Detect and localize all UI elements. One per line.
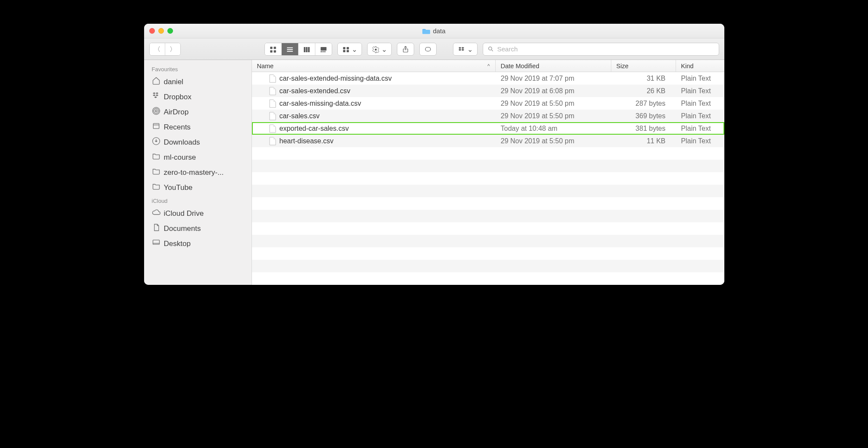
document-icon [269,74,276,83]
search-input[interactable] [497,45,714,53]
file-name: car-sales-missing-data.csv [280,100,361,107]
sidebar-section-header: iCloud [144,195,252,206]
svg-rect-15 [346,47,349,49]
file-size-cell: 31 KB [611,75,676,82]
svg-rect-8 [306,47,308,52]
search-field[interactable] [483,43,719,56]
forward-button[interactable]: 〉 [165,43,180,56]
svg-rect-2 [270,50,272,52]
file-row[interactable]: car-sales-missing-data.csv29 Nov 2019 at… [252,97,724,110]
svg-rect-1 [274,47,276,49]
column-header-size[interactable]: Size [611,60,676,72]
empty-row [252,247,724,260]
empty-row [252,210,724,222]
folder-icon [152,152,160,163]
svg-rect-10 [321,47,327,50]
folder-icon [152,182,160,193]
svg-rect-9 [308,47,310,52]
file-name-cell: car-sales-extended-missing-data.csv [252,74,496,83]
empty-row [252,160,724,172]
svg-point-21 [488,47,492,50]
svg-rect-20 [425,47,431,51]
document-icon [269,87,276,95]
sidebar-item[interactable]: Documents [144,221,252,236]
svg-rect-12 [322,51,324,52]
file-row[interactable]: exported-car-sales.csvToday at 10:48 am3… [252,122,724,135]
sidebar-item[interactable]: daniel [144,74,252,89]
fullscreen-window-button[interactable] [167,28,173,34]
file-name-cell: car-sales-extended.csv [252,87,496,95]
empty-row [252,260,724,272]
action-button[interactable]: ⌄ [368,43,391,56]
svg-point-23 [154,108,159,114]
document-icon [269,124,276,133]
sidebar-item[interactable]: Recents [144,120,252,135]
column-header-date[interactable]: Date Modified [496,60,611,72]
file-size-cell: 26 KB [611,87,676,95]
window-title: data [144,27,724,35]
sidebar-item[interactable]: Dropbox [144,89,252,104]
downloads-icon [152,137,160,148]
svg-rect-17 [346,50,349,52]
traffic-lights [144,28,173,34]
minimize-window-button[interactable] [158,28,164,34]
search-icon [487,46,494,52]
back-button[interactable]: 〈 [150,43,165,56]
sidebar-item-label: daniel [164,78,183,86]
window-title-text: data [433,27,445,35]
tags-button[interactable] [419,43,437,56]
file-rows: car-sales-extended-missing-data.csv29 No… [252,72,724,285]
sidebar-item-label: Documents [164,224,201,233]
sidebar-item-label: Recents [164,123,191,132]
svg-rect-14 [343,47,345,49]
svg-rect-4 [287,47,293,48]
close-window-button[interactable] [149,28,155,34]
svg-rect-11 [321,51,322,52]
svg-rect-6 [287,51,293,52]
file-date-cell: 29 Nov 2019 at 7:07 pm [496,75,611,82]
sidebar-item-label: ml-course [164,153,196,162]
file-kind-cell: Plain Text [676,125,724,133]
file-name: exported-car-sales.csv [280,125,349,133]
sidebar-item-label: Desktop [164,240,191,248]
finder-window: data 〈 〉 ⌄ [144,24,724,285]
sidebar-item[interactable]: Desktop [144,236,252,251]
sidebar-section-header: Favourites [144,63,252,74]
file-kind-cell: Plain Text [676,137,724,145]
dropbox-toolbar-button[interactable]: ⌄ [453,43,477,56]
sort-ascending-icon: ^ [487,63,490,69]
file-kind-cell: Plain Text [676,87,724,95]
file-size-cell: 381 bytes [611,125,676,133]
sidebar-item[interactable]: YouTube [144,180,252,195]
gallery-view-button[interactable] [315,43,332,56]
column-header-kind[interactable]: Kind [676,60,724,72]
sidebar-item-label: iCloud Drive [164,209,204,218]
icon-view-button[interactable] [265,43,281,56]
sidebar-item[interactable]: zero-to-mastery-... [144,165,252,180]
file-name: car-sales-extended-missing-data.csv [280,75,392,82]
column-view-button[interactable] [298,43,315,56]
file-row[interactable]: car-sales.csv29 Nov 2019 at 5:50 pm369 b… [252,110,724,122]
file-row[interactable]: heart-disease.csv29 Nov 2019 at 5:50 pm1… [252,135,724,147]
sidebar-item-label: YouTube [164,183,193,192]
svg-point-18 [374,48,377,50]
sidebar-item[interactable]: AirDrop [144,104,252,120]
file-row[interactable]: car-sales-extended-missing-data.csv29 No… [252,72,724,85]
share-button[interactable] [397,43,414,56]
sidebar-item[interactable]: iCloud Drive [144,206,252,221]
list-view-button[interactable] [281,43,298,56]
folder-icon [152,167,160,178]
file-kind-cell: Plain Text [676,100,724,107]
group-by-button[interactable]: ⌄ [338,43,362,56]
action-menu[interactable]: ⌄ [367,43,392,56]
file-row[interactable]: car-sales-extended.csv29 Nov 2019 at 6:0… [252,85,724,97]
column-header-name[interactable]: Name ^ [252,60,496,72]
file-date-cell: 29 Nov 2019 at 6:08 pm [496,87,611,95]
dropbox-menu[interactable]: ⌄ [453,43,478,56]
sidebar-item[interactable]: ml-course [144,150,252,165]
svg-rect-13 [324,51,325,52]
folder-icon [422,28,430,34]
sidebar-item[interactable]: Downloads [144,135,252,150]
file-date-cell: Today at 10:48 am [496,125,611,133]
group-by-menu[interactable]: ⌄ [337,43,362,56]
